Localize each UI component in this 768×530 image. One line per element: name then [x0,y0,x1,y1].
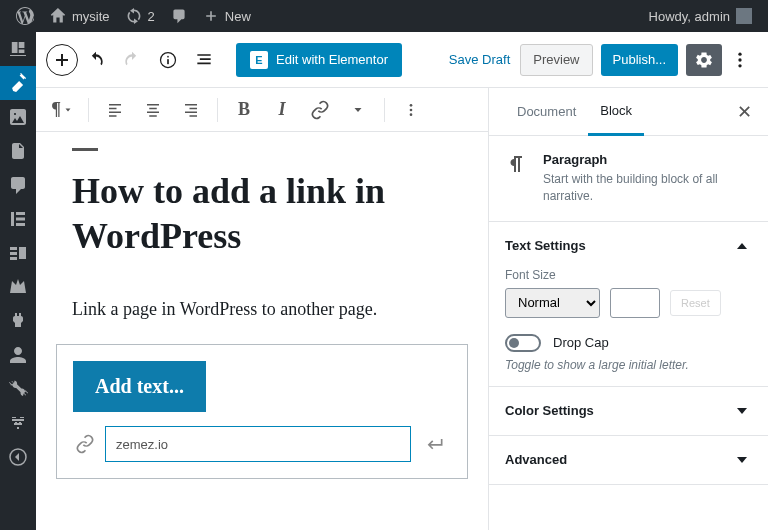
svg-rect-0 [11,212,14,226]
panel-head-advanced[interactable]: Advanced [505,450,752,470]
panel-color-settings: Color Settings [489,387,768,436]
admin-bar: mysite 2 New Howdy, admin [0,0,768,32]
selected-block[interactable]: Add text... [56,344,468,479]
chevron-up-icon [732,236,752,256]
dropcap-label: Drop Cap [553,335,609,350]
preview-button[interactable]: Preview [520,44,592,76]
close-sidebar-button[interactable]: ✕ [737,101,752,123]
svg-point-8 [738,52,741,55]
block-info: Paragraph Start with the building block … [489,136,768,222]
admin-sidebar [0,32,36,530]
reset-button[interactable]: Reset [670,290,721,316]
apply-link-button[interactable] [419,434,451,454]
editor-content: How to add a link in WordPress Link a pa… [36,132,488,530]
comments[interactable] [163,0,195,32]
dropdown-arrow-button[interactable] [340,92,376,128]
post-title[interactable]: How to add a link in WordPress [72,169,452,259]
menu-elementor[interactable] [0,202,36,236]
svg-point-6 [167,55,169,57]
svg-rect-2 [16,218,25,221]
menu-settings[interactable] [0,406,36,440]
svg-point-12 [410,108,413,111]
menu-tools[interactable] [0,372,36,406]
menu-dashboard[interactable] [0,32,36,66]
panel-text-settings: Text Settings Font Size Normal Reset Dro… [489,222,768,387]
updates[interactable]: 2 [118,0,163,32]
font-size-select[interactable]: Normal [505,288,600,318]
blocktype-button[interactable]: ¶ [44,92,80,128]
svg-point-11 [410,104,413,107]
menu-templates[interactable] [0,236,36,270]
new-content[interactable]: New [195,0,259,32]
dropcap-toggle[interactable] [505,334,541,352]
block-title: Paragraph [543,152,752,167]
link-popover [73,426,451,462]
new-label: New [225,9,251,24]
site-name: mysite [72,9,110,24]
redo-button[interactable] [114,42,150,78]
svg-rect-1 [16,212,25,215]
updates-count: 2 [148,9,155,24]
sidebar-tabs: Document Block ✕ [489,88,768,136]
link-icon [73,434,97,454]
settings-button[interactable] [686,44,722,76]
more-menu-button[interactable] [722,42,758,78]
font-size-label: Font Size [505,268,752,282]
svg-point-10 [738,64,741,67]
menu-appearance[interactable] [0,270,36,304]
site-home[interactable]: mysite [42,0,118,32]
align-center-button[interactable] [135,92,171,128]
align-right-button[interactable] [173,92,209,128]
menu-pages[interactable] [0,134,36,168]
chevron-down-icon [732,450,752,470]
editor: EEdit with Elementor Save Draft Preview … [36,32,768,530]
dropcap-help: Toggle to show a large initial letter. [505,358,752,372]
undo-button[interactable] [78,42,114,78]
add-block-button[interactable] [46,44,78,76]
italic-button[interactable]: I [264,92,300,128]
panel-head-color[interactable]: Color Settings [505,401,752,421]
paragraph-block[interactable]: Link a page in WordPress to another page… [72,299,452,320]
wp-logo[interactable] [8,0,42,32]
outline-button[interactable] [186,42,222,78]
editor-main: ¶ B I How to add a link in WordPress Lin… [36,88,488,530]
menu-comments[interactable] [0,168,36,202]
block-more-button[interactable] [393,92,429,128]
panel-head-text[interactable]: Text Settings [505,236,752,256]
menu-media[interactable] [0,100,36,134]
elementor-icon: E [250,51,268,69]
settings-sidebar: Document Block ✕ Paragraph Start with th… [488,88,768,530]
menu-plugins[interactable] [0,304,36,338]
menu-posts[interactable] [0,66,36,100]
link-url-input[interactable] [105,426,411,462]
publish-button[interactable]: Publish... [601,44,678,76]
bold-button[interactable]: B [226,92,262,128]
svg-rect-3 [16,223,25,226]
chevron-down-icon [732,401,752,421]
paragraph-icon [505,152,529,205]
title-accent [72,148,98,151]
panel-advanced: Advanced [489,436,768,485]
svg-point-13 [410,113,413,116]
menu-users[interactable] [0,338,36,372]
block-desc: Start with the building block of all nar… [543,171,752,205]
font-size-input[interactable] [610,288,660,318]
info-button[interactable] [150,42,186,78]
placeholder-text[interactable]: Add text... [73,361,206,412]
block-toolbar: ¶ B I [36,88,488,132]
tab-document[interactable]: Document [505,88,588,136]
menu-collapse[interactable] [0,440,36,474]
svg-rect-7 [167,59,169,64]
tab-block[interactable]: Block [588,88,644,136]
link-button[interactable] [302,92,338,128]
svg-point-9 [738,58,741,61]
save-draft-button[interactable]: Save Draft [439,52,520,67]
editor-header: EEdit with Elementor Save Draft Preview … [36,32,768,88]
avatar-icon [736,8,752,24]
howdy[interactable]: Howdy, admin [641,0,760,32]
align-left-button[interactable] [97,92,133,128]
elementor-button[interactable]: EEdit with Elementor [236,43,402,77]
